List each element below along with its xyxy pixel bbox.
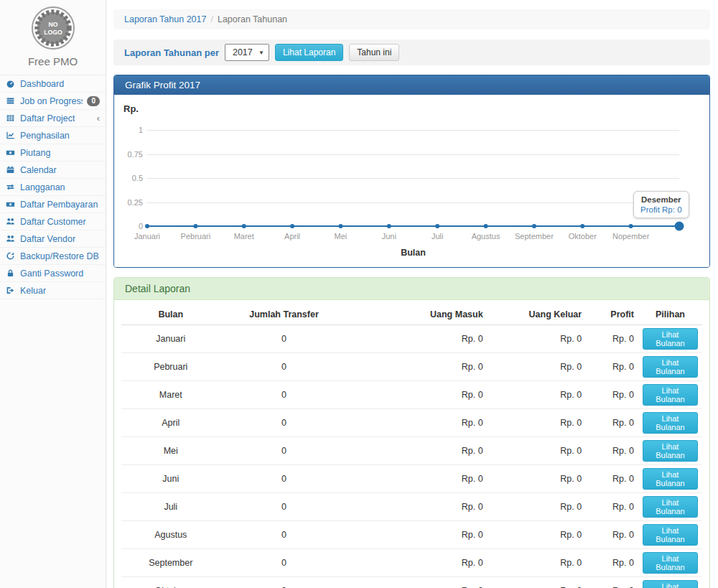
data-point-april[interactable] bbox=[290, 224, 294, 228]
cell-bulan: Oktober bbox=[121, 577, 220, 588]
cell-jumlah-transfer: 0 bbox=[220, 409, 348, 437]
sign-out-icon bbox=[6, 286, 16, 295]
cell-profit: Rp. 0 bbox=[586, 409, 638, 437]
cell-jumlah-transfer: 0 bbox=[220, 549, 348, 577]
cell-bulan: Pebruari bbox=[121, 353, 220, 381]
cell-uang-masuk: Rp. 0 bbox=[348, 521, 487, 549]
cell-uang-masuk: Rp. 0 bbox=[348, 437, 487, 465]
table-icon bbox=[6, 113, 16, 123]
data-point-mei[interactable] bbox=[338, 224, 342, 228]
data-point-desember[interactable] bbox=[675, 222, 684, 231]
cell-jumlah-transfer: 0 bbox=[220, 465, 348, 493]
cell-uang-masuk: Rp. 0 bbox=[348, 493, 487, 521]
cell-uang-keluar: Rp. 0 bbox=[488, 577, 587, 588]
data-point-september[interactable] bbox=[532, 224, 536, 228]
breadcrumb-current: Laporan Tahunan bbox=[218, 14, 287, 24]
table-row-januari: Januari0Rp. 0Rp. 0Rp. 0Lihat Bulanan bbox=[121, 325, 702, 353]
lihat-bulanan-button[interactable]: Lihat Bulanan bbox=[643, 496, 698, 518]
users-icon bbox=[6, 217, 16, 226]
data-point-juli[interactable] bbox=[435, 224, 439, 228]
table-row-maret: Maret0Rp. 0Rp. 0Rp. 0Lihat Bulanan bbox=[121, 381, 702, 409]
breadcrumb: Laporan Tahun 2017/Laporan Tahunan bbox=[113, 9, 710, 29]
cell-jumlah-transfer: 0 bbox=[220, 325, 348, 353]
sidebar-item-daftar-pembayaran[interactable]: Daftar Pembayaran bbox=[0, 196, 106, 213]
cell-bulan: Maret bbox=[121, 381, 220, 409]
cell-pilihan: Lihat Bulanan bbox=[638, 493, 702, 521]
sidebar-item-daftar-project[interactable]: Daftar Project‹ bbox=[0, 110, 106, 127]
svg-text:LOGO: LOGO bbox=[44, 29, 62, 36]
table-header-row: BulanJumlah TransferUang MasukUang Kelua… bbox=[121, 304, 702, 325]
tahun-ini-button[interactable]: Tahun ini bbox=[349, 44, 399, 61]
cell-pilihan: Lihat Bulanan bbox=[638, 353, 702, 381]
year-select[interactable]: 2017 ▼ bbox=[225, 44, 269, 61]
lihat-bulanan-button[interactable]: Lihat Bulanan bbox=[643, 328, 698, 350]
cell-profit: Rp. 0 bbox=[586, 577, 638, 588]
lihat-bulanan-button[interactable]: Lihat Bulanan bbox=[643, 440, 698, 462]
cell-bulan: Mei bbox=[121, 437, 220, 465]
lihat-laporan-button[interactable]: Lihat Laporan bbox=[275, 44, 343, 61]
data-point-maret[interactable] bbox=[242, 224, 246, 228]
sidebar-item-penghasilan[interactable]: Penghasilan bbox=[0, 127, 106, 144]
sidebar-item-langganan[interactable]: Langganan bbox=[0, 179, 106, 196]
refresh-icon bbox=[6, 251, 16, 261]
brand-name: Free PMO bbox=[0, 55, 106, 67]
table-row-juli: Juli0Rp. 0Rp. 0Rp. 0Lihat Bulanan bbox=[121, 493, 702, 521]
cell-pilihan: Lihat Bulanan bbox=[638, 437, 702, 465]
sidebar-item-label: Daftar Customer bbox=[20, 217, 86, 227]
cell-uang-masuk: Rp. 0 bbox=[348, 465, 487, 493]
sidebar-item-ganti-password[interactable]: Ganti Password bbox=[0, 265, 106, 282]
lihat-bulanan-button[interactable]: Lihat Bulanan bbox=[643, 524, 698, 546]
table-row-agustus: Agustus0Rp. 0Rp. 0Rp. 0Lihat Bulanan bbox=[121, 521, 702, 549]
column-header-profit: Profit bbox=[586, 304, 638, 325]
logo-area: NO LOGO Free PMO bbox=[0, 0, 106, 75]
cell-uang-keluar: Rp. 0 bbox=[488, 521, 587, 549]
sidebar-item-piutang[interactable]: Piutang bbox=[0, 144, 106, 162]
table-row-mei: Mei0Rp. 0Rp. 0Rp. 0Lihat Bulanan bbox=[121, 437, 702, 465]
cell-uang-masuk: Rp. 0 bbox=[348, 577, 487, 588]
lihat-bulanan-button[interactable]: Lihat Bulanan bbox=[643, 356, 698, 378]
cell-pilihan: Lihat Bulanan bbox=[638, 409, 702, 437]
chart-panel-title: Grafik Profit 2017 bbox=[114, 75, 709, 95]
cell-bulan: April bbox=[121, 409, 220, 437]
filter-bar: Laporan Tahunan per 2017 ▼ Lihat Laporan… bbox=[113, 39, 710, 65]
app-window: NO LOGO Free PMO DashboardJob on Progres… bbox=[0, 0, 718, 588]
profit-line-series bbox=[114, 95, 709, 267]
data-point-januari[interactable] bbox=[145, 224, 149, 228]
detail-laporan-panel: Detail Laporan BulanJumlah TransferUang … bbox=[113, 277, 710, 588]
chart-tooltip: DesemberProfit Rp: 0 bbox=[633, 191, 689, 218]
sidebar-item-keluar[interactable]: Keluar bbox=[0, 282, 106, 299]
lihat-bulanan-button[interactable]: Lihat Bulanan bbox=[643, 468, 698, 490]
svg-text:NO: NO bbox=[48, 21, 57, 28]
cell-uang-masuk: Rp. 0 bbox=[348, 409, 487, 437]
cell-profit: Rp. 0 bbox=[586, 465, 638, 493]
data-point-agustus[interactable] bbox=[484, 224, 488, 228]
data-point-oktober[interactable] bbox=[580, 224, 584, 228]
column-header-pilihan: Pilihan bbox=[638, 304, 702, 325]
sidebar-item-dashboard[interactable]: Dashboard bbox=[0, 75, 106, 93]
cell-bulan: September bbox=[121, 549, 220, 577]
lihat-bulanan-button[interactable]: Lihat Bulanan bbox=[643, 552, 698, 574]
sidebar-item-label: Backup/Restore DB bbox=[20, 251, 99, 261]
sidebar-item-backup-restore-db[interactable]: Backup/Restore DB bbox=[0, 248, 106, 265]
cell-uang-keluar: Rp. 0 bbox=[488, 493, 587, 521]
cell-uang-keluar: Rp. 0 bbox=[488, 325, 587, 353]
cell-jumlah-transfer: 0 bbox=[220, 353, 348, 381]
sidebar-item-job-on-progress[interactable]: Job on Progress0 bbox=[0, 93, 106, 110]
data-point-nopember[interactable] bbox=[629, 224, 633, 228]
sidebar: NO LOGO Free PMO DashboardJob on Progres… bbox=[0, 0, 106, 588]
detail-panel-title: Detail Laporan bbox=[114, 278, 709, 300]
sidebar-item-calendar[interactable]: Calendar bbox=[0, 162, 106, 179]
data-point-pebruari[interactable] bbox=[193, 224, 197, 228]
cell-jumlah-transfer: 0 bbox=[220, 437, 348, 465]
cell-uang-masuk: Rp. 0 bbox=[348, 381, 487, 409]
lihat-bulanan-button[interactable]: Lihat Bulanan bbox=[643, 580, 698, 588]
data-point-juni[interactable] bbox=[387, 224, 391, 228]
lihat-bulanan-button[interactable]: Lihat Bulanan bbox=[643, 384, 698, 406]
cell-uang-masuk: Rp. 0 bbox=[348, 325, 487, 353]
sidebar-item-daftar-customer[interactable]: Daftar Customer bbox=[0, 213, 106, 230]
line-chart-icon bbox=[6, 131, 16, 140]
breadcrumb-link-laporan-tahun[interactable]: Laporan Tahun 2017 bbox=[124, 14, 206, 24]
lihat-bulanan-button[interactable]: Lihat Bulanan bbox=[643, 412, 698, 434]
sidebar-item-label: Daftar Project bbox=[20, 113, 75, 123]
sidebar-item-daftar-vendor[interactable]: Daftar Vendor bbox=[0, 230, 106, 248]
